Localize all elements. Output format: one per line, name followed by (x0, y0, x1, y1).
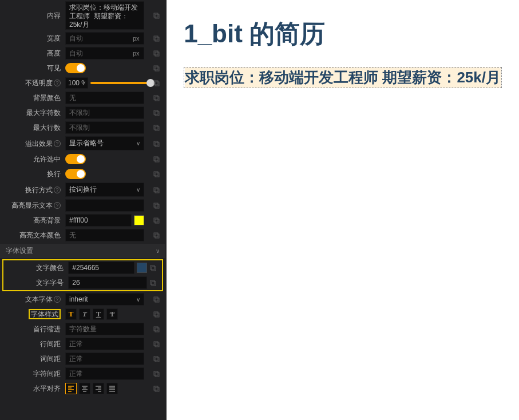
opacity-input[interactable] (65, 77, 88, 89)
help-icon[interactable]: ? (54, 140, 61, 147)
label-visible: 可见 (1, 64, 65, 72)
svg-rect-20 (154, 172, 158, 176)
svg-rect-14 (154, 125, 158, 129)
copy-icon[interactable] (150, 47, 162, 59)
fontfamily-select[interactable]: inherit∨ (65, 293, 144, 306)
copy-icon[interactable] (150, 33, 162, 44)
copy-icon[interactable] (150, 353, 162, 364)
copy-icon[interactable] (150, 153, 162, 165)
allowselect-toggle[interactable] (65, 154, 86, 164)
svg-rect-3 (155, 37, 159, 41)
prop-letterspacing: 字符间距 (0, 366, 165, 381)
maxlines-input[interactable] (65, 121, 144, 134)
label-highlightcolor: 高亮文本颜色 (1, 231, 65, 239)
letterspacing-input[interactable] (65, 367, 144, 380)
copy-icon[interactable] (150, 138, 162, 149)
copy-icon[interactable] (150, 107, 162, 118)
prop-visible: 可见 (0, 61, 165, 76)
width-input[interactable] (65, 32, 144, 45)
chevron-down-icon: ∨ (136, 140, 140, 146)
wrapmode-select[interactable]: 按词换行∨ (65, 183, 144, 197)
svg-rect-9 (155, 82, 159, 86)
align-right-button[interactable] (93, 383, 104, 394)
prop-wrapmode: 换行方式? 按词换行∨ (0, 181, 165, 198)
height-input[interactable] (65, 47, 144, 60)
svg-rect-21 (155, 173, 159, 177)
prop-indent: 首行缩进 (0, 322, 165, 336)
svg-rect-36 (154, 312, 158, 316)
copy-icon[interactable] (150, 294, 162, 305)
copy-icon[interactable] (150, 62, 162, 74)
copy-icon[interactable] (150, 168, 162, 180)
copy-icon[interactable] (150, 92, 162, 104)
section-font[interactable]: 字体设置 ∨ (0, 244, 165, 258)
lineheight-input[interactable] (65, 338, 144, 350)
visible-toggle[interactable] (65, 63, 86, 73)
underline-button[interactable]: T (93, 308, 104, 320)
copy-icon[interactable] (150, 77, 162, 89)
prop-content: 内容 求职岗位：移动端开发工程师 期望薪资：25k/月 (0, 0, 165, 31)
resume-subtitle[interactable]: 求职岗位：移动端开发工程师 期望薪资：25k/月 (185, 69, 501, 86)
copy-icon[interactable] (150, 215, 162, 226)
color-swatch[interactable] (137, 263, 147, 273)
canvas-area[interactable]: 1_bit 的简历 求职岗位：移动端开发工程师 期望薪资：25k/月 (167, 0, 519, 420)
highlightbg-input[interactable] (65, 214, 132, 227)
fontsize-input[interactable] (68, 276, 147, 289)
copy-icon[interactable] (150, 184, 162, 196)
copy-icon[interactable] (150, 229, 162, 241)
label-fontcolor: 文字颜色 (5, 264, 68, 272)
align-left-button[interactable] (65, 383, 77, 394)
resume-title[interactable]: 1_bit 的简历 (184, 17, 502, 51)
help-icon[interactable]: ? (54, 202, 61, 209)
help-icon[interactable]: ? (54, 296, 61, 303)
bgcolor-input[interactable] (65, 92, 144, 104)
svg-rect-32 (150, 280, 154, 284)
svg-rect-40 (154, 342, 158, 346)
label-wrapmode: 换行方式 (25, 186, 53, 194)
copy-icon[interactable] (147, 277, 159, 288)
align-justify-button[interactable] (106, 383, 118, 394)
copy-icon[interactable] (150, 383, 162, 394)
prop-height: 高度 px (0, 46, 165, 61)
copy-icon[interactable] (150, 200, 162, 211)
copy-icon[interactable] (147, 262, 159, 274)
opacity-slider[interactable] (90, 82, 150, 84)
label-maxlines: 最大行数 (1, 124, 65, 132)
content-textarea[interactable]: 求职岗位：移动端开发工程师 期望薪资：25k/月 (65, 1, 144, 30)
wordspacing-input[interactable] (65, 352, 144, 365)
label-wrap: 换行 (1, 170, 65, 178)
copy-icon[interactable] (150, 368, 162, 379)
svg-rect-28 (154, 233, 158, 237)
copy-icon[interactable] (150, 323, 162, 335)
help-icon[interactable]: ? (54, 80, 61, 86)
bold-button[interactable]: T (65, 308, 77, 320)
prop-bgcolor: 背景颜色 (0, 90, 165, 105)
copy-icon[interactable] (150, 10, 162, 21)
wrap-toggle[interactable] (65, 169, 86, 179)
svg-rect-6 (154, 66, 158, 70)
prop-fontsize: 文字字号 (3, 275, 162, 290)
svg-rect-44 (154, 371, 158, 375)
indent-input[interactable] (65, 323, 144, 335)
copy-icon[interactable] (150, 122, 162, 133)
svg-rect-38 (154, 327, 158, 331)
copy-icon[interactable] (150, 308, 162, 320)
copy-icon[interactable] (150, 338, 162, 350)
svg-rect-12 (154, 110, 158, 114)
help-icon[interactable]: ? (54, 187, 61, 193)
label-align: 水平对齐 (1, 385, 65, 393)
strikethrough-button[interactable]: T (106, 308, 118, 320)
highlightcolor-input[interactable] (65, 229, 144, 241)
selected-text-element[interactable]: 求职岗位：移动端开发工程师 期望薪资：25k/月 (184, 67, 502, 88)
svg-rect-63 (155, 387, 159, 391)
highlighttext-input[interactable] (65, 199, 144, 212)
svg-rect-22 (154, 188, 158, 192)
italic-button[interactable]: T (79, 308, 90, 320)
color-swatch[interactable] (134, 215, 144, 225)
fontcolor-input[interactable] (68, 261, 134, 274)
prop-opacity: 不透明度? (0, 76, 165, 90)
align-center-button[interactable] (79, 383, 90, 394)
svg-rect-41 (155, 343, 159, 347)
maxchars-input[interactable] (65, 106, 144, 119)
overflow-select[interactable]: 显示省略号∨ (65, 136, 144, 150)
